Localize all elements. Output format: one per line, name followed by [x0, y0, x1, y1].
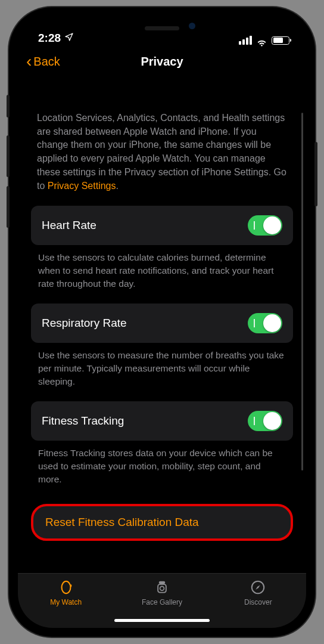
screen: 2:28 ‹ Back Privacy [18, 16, 306, 628]
toggle-knob [263, 412, 281, 430]
mute-switch [7, 95, 10, 117]
svg-rect-2 [159, 581, 165, 584]
content-scroll[interactable]: Location Services, Analytics, Contacts, … [18, 77, 306, 573]
respiratory-rate-description: Use the sensors to measure the number of… [31, 343, 293, 401]
compass-icon [250, 580, 266, 595]
speaker-grille [145, 26, 179, 30]
power-button [314, 142, 317, 206]
svg-point-4 [160, 586, 164, 590]
reset-label: Reset Fitness Calibration Data [45, 516, 199, 528]
fitness-tracking-row: Fitness Tracking [31, 401, 293, 441]
notch [92, 16, 232, 36]
battery-icon [272, 36, 289, 45]
back-label: Back [33, 55, 60, 69]
svg-point-0 [61, 581, 70, 593]
fitness-tracking-toggle[interactable] [248, 411, 282, 431]
status-time: 2:28 [38, 32, 61, 45]
intro-body: Location Services, Analytics, Contacts, … [37, 113, 286, 191]
intro-tail: . [116, 181, 119, 191]
scroll-indicator [301, 113, 303, 470]
toggle-knob [263, 216, 281, 234]
face-gallery-icon [154, 580, 170, 595]
back-button[interactable]: ‹ Back [26, 53, 60, 70]
toggle-knob [263, 314, 281, 332]
tab-face-gallery-label: Face Gallery [142, 598, 182, 606]
volume-up-button [7, 135, 10, 177]
cellular-icon [239, 36, 252, 45]
fitness-tracking-label: Fitness Tracking [42, 414, 124, 428]
volume-down-button [7, 186, 10, 228]
svg-rect-1 [70, 584, 71, 587]
watch-icon [58, 580, 74, 595]
respiratory-rate-label: Respiratory Rate [42, 317, 127, 330]
home-indicator[interactable] [114, 619, 210, 623]
heart-rate-label: Heart Rate [42, 219, 96, 232]
location-icon [64, 32, 74, 45]
heart-rate-toggle[interactable] [248, 215, 282, 236]
front-camera [189, 23, 195, 29]
heart-rate-description: Use the sensors to calculate calories bu… [31, 245, 293, 304]
svg-rect-3 [158, 584, 166, 593]
respiratory-rate-row: Respiratory Rate [31, 304, 293, 343]
chevron-left-icon: ‹ [26, 53, 32, 70]
navigation-bar: ‹ Back Privacy [18, 46, 306, 77]
tab-my-watch[interactable]: My Watch [18, 580, 114, 628]
heart-rate-row: Heart Rate [31, 206, 293, 245]
device-frame: 2:28 ‹ Back Privacy [9, 7, 315, 637]
page-title: Privacy [18, 55, 306, 69]
reset-fitness-calibration-button[interactable]: Reset Fitness Calibration Data [31, 504, 293, 541]
respiratory-rate-toggle[interactable] [248, 313, 282, 333]
tab-my-watch-label: My Watch [50, 598, 82, 606]
tab-discover[interactable]: Discover [210, 580, 306, 628]
tab-discover-label: Discover [244, 598, 272, 606]
privacy-settings-link[interactable]: Privacy Settings [48, 181, 116, 191]
intro-text: Location Services, Analytics, Contacts, … [31, 77, 293, 206]
wifi-icon [256, 36, 267, 45]
fitness-tracking-description: Fitness Tracking stores data on your dev… [31, 441, 293, 499]
